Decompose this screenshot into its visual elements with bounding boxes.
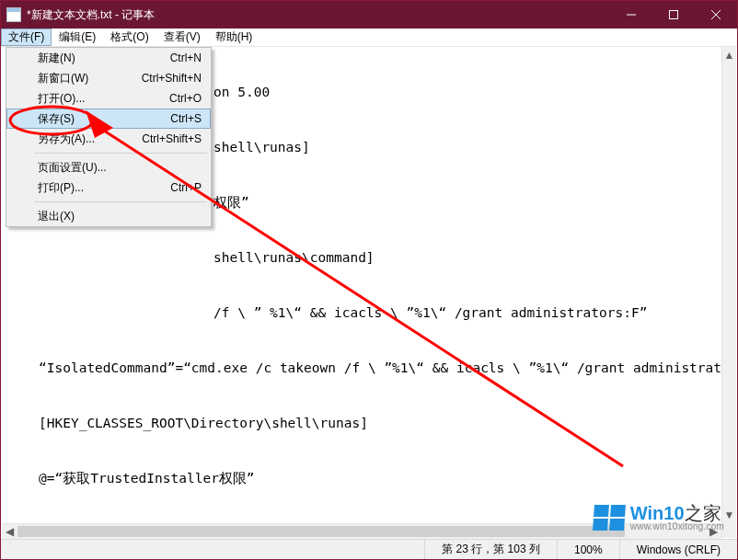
menu-separator xyxy=(6,149,211,157)
scrollbar-thumb[interactable] xyxy=(17,526,625,537)
watermark: Win10之家 www.win10xitong.com xyxy=(594,504,724,531)
menu-item-label: 打开(O)... xyxy=(38,91,169,107)
menu-item-shortcut: Ctrl+Shift+N xyxy=(142,72,202,85)
menu-item-new-window[interactable]: 新窗口(W) Ctrl+Shift+N xyxy=(6,68,211,88)
menu-item-label: 新建(N) xyxy=(38,51,170,66)
status-zoom: 100% xyxy=(557,540,619,559)
vertical-scrollbar[interactable]: ▲ ▼ xyxy=(721,47,736,538)
window-title: *新建文本文档.txt - 记事本 xyxy=(27,7,155,23)
menu-item-label: 退出(X) xyxy=(38,209,202,224)
menu-item-page-setup[interactable]: 页面设置(U)... xyxy=(6,157,211,177)
minimize-button[interactable] xyxy=(610,1,652,29)
watermark-url: www.win10xitong.com xyxy=(630,522,724,531)
menu-item-shortcut: Ctrl+Shift+S xyxy=(142,132,202,145)
notepad-icon xyxy=(6,7,21,22)
menu-item-shortcut: Ctrl+P xyxy=(170,181,202,194)
close-button[interactable] xyxy=(695,1,737,29)
svg-rect-0 xyxy=(670,11,678,19)
scroll-down-icon[interactable]: ▼ xyxy=(722,507,736,522)
status-cursor-position: 第 23 行，第 103 列 xyxy=(424,540,557,559)
menu-item-exit[interactable]: 退出(X) xyxy=(6,206,211,226)
menu-format[interactable]: 格式(O) xyxy=(103,29,156,46)
menu-help[interactable]: 帮助(H) xyxy=(208,29,260,46)
menu-item-shortcut: Ctrl+O xyxy=(169,92,202,105)
watermark-brand: Win10 xyxy=(630,503,685,523)
watermark-suffix: 之家 xyxy=(685,503,721,523)
editor-line: [HKEY_CLASSES_ROOT\Directory\shell\runas… xyxy=(11,409,712,437)
editor-line: @=“获取TrustedInstaller权限” xyxy=(11,464,712,492)
menu-item-label: 打印(P)... xyxy=(38,180,170,196)
editor-line: /f \ ” %1\“ && icacls \ ”%1\“ /grant adm… xyxy=(11,299,712,326)
window-controls xyxy=(610,1,737,29)
menu-item-label: 保存(S) xyxy=(38,111,170,127)
menu-item-new[interactable]: 新建(N) Ctrl+N xyxy=(6,48,211,68)
windows-logo-icon xyxy=(593,505,626,531)
menu-item-label: 另存为(A)... xyxy=(38,131,142,147)
status-bar: 第 23 行，第 103 列 100% Windows (CRLF) ANSI xyxy=(1,539,737,559)
menu-item-save[interactable]: 保存(S) Ctrl+S xyxy=(6,109,211,129)
scroll-up-icon[interactable]: ▲ xyxy=(722,47,736,63)
menu-bar: 文件(F) 编辑(E) 格式(O) 查看(V) 帮助(H) xyxy=(1,29,737,47)
file-menu-dropdown: 新建(N) Ctrl+N 新窗口(W) Ctrl+Shift+N 打开(O)..… xyxy=(6,47,212,227)
title-bar: *新建文本文档.txt - 记事本 xyxy=(1,1,737,29)
editor-line: “IsolatedCommand”=“cmd.exe /c takeown /f… xyxy=(11,354,712,382)
menu-item-open[interactable]: 打开(O)... Ctrl+O xyxy=(6,88,211,109)
menu-item-label: 新窗口(W) xyxy=(38,71,142,86)
menu-file[interactable]: 文件(F) xyxy=(1,29,52,46)
menu-item-print[interactable]: 打印(P)... Ctrl+P xyxy=(6,177,211,198)
menu-item-save-as[interactable]: 另存为(A)... Ctrl+Shift+S xyxy=(6,129,211,149)
menu-view[interactable]: 查看(V) xyxy=(156,29,208,46)
menu-item-label: 页面设置(U)... xyxy=(38,160,202,176)
menu-separator xyxy=(6,198,211,206)
status-eol: Windows (CRLF) xyxy=(619,540,737,559)
editor-line: shell\runas\command] xyxy=(11,244,712,271)
scroll-left-icon[interactable]: ◀ xyxy=(2,524,17,539)
maximize-button[interactable] xyxy=(652,1,695,29)
menu-item-shortcut: Ctrl+S xyxy=(170,112,202,125)
scrollbar-corner xyxy=(722,522,736,538)
menu-edit[interactable]: 编辑(E) xyxy=(52,29,103,46)
menu-item-shortcut: Ctrl+N xyxy=(170,51,202,64)
